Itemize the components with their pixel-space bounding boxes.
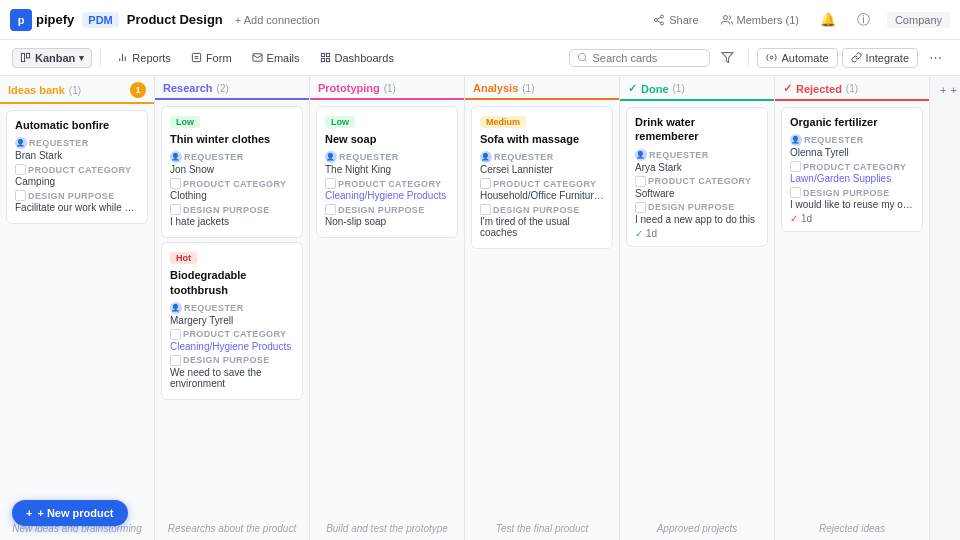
badge-hot: Hot [170,252,197,264]
card-field-purpose: DESIGN PURPOSE I hate jackets [170,204,294,227]
column-footer-done: Approved projects [620,519,774,540]
card-new-soap[interactable]: Low New soap 👤 REQUESTER The Night King … [316,106,458,238]
emails-tab[interactable]: Emails [244,48,308,68]
svg-point-1 [655,18,658,21]
column-header-done: ✓ Done (1) [620,76,774,101]
card-field-category: PRODUCT CATEGORY Camping [15,164,139,187]
column-footer-rejected: Rejected ideas [775,519,929,540]
new-product-button[interactable]: + + New product [12,500,128,526]
add-phase-button[interactable]: + + New phase [940,84,960,96]
svg-line-4 [658,17,661,19]
column-analysis: Analysis (1) Medium Sofa with massage 👤 … [465,76,620,540]
card-biodegradable[interactable]: Hot Biodegradable toothbrush 👤 REQUESTER… [161,242,303,400]
nav-title: Product Design [127,12,223,27]
card-title: Organic fertilizer [790,115,914,129]
card-organic-fertilizer[interactable]: Organic fertilizer 👤 REQUESTER Olenna Ty… [781,107,923,232]
svg-point-18 [579,53,586,60]
nav-right: Share Members (1) 🔔 ⓘ Company [647,7,950,33]
automate-button[interactable]: Automate [757,48,837,68]
company-button[interactable]: Company [887,12,950,28]
svg-rect-15 [326,53,329,56]
card-drink-water[interactable]: Drink water rememberer 👤 REQUESTER Arya … [626,107,768,247]
card-field-purpose: DESIGN PURPOSE Facilitate our work while… [15,190,139,213]
svg-line-3 [658,20,661,22]
column-label-analysis: Analysis [473,82,518,94]
card-title: Sofa with massage [480,132,604,146]
more-options-button[interactable]: ⋯ [922,45,948,71]
new-product-icon: + [26,507,32,519]
column-header-rejected: ✓ Rejected (1) [775,76,929,101]
badge-medium: Medium [480,116,526,128]
column-header-prototyping: Prototyping (1) [310,76,464,100]
form-tab[interactable]: Form [183,48,240,68]
column-footer-prototyping: Build and test the prototype [310,519,464,540]
card-title: Thin winter clothes [170,132,294,146]
card-field-requester: 👤 REQUESTER Cersei Lannister [480,151,604,175]
sep2 [748,49,749,67]
svg-rect-11 [192,53,200,61]
card-field-requester: 👤 REQUESTER Jon Snow [170,151,294,175]
card-field-requester: 👤 REQUESTER Bran Stark [15,137,139,161]
reports-tab[interactable]: Reports [109,48,179,68]
logo[interactable]: p pipefy [10,9,74,31]
column-label-rejected: Rejected [796,83,842,95]
svg-rect-17 [326,58,329,61]
dashboards-tab[interactable]: Dashboards [312,48,402,68]
add-phase-icon: + [940,84,946,96]
board: Ideas bank (1) 1 Automatic bonfire 👤 REQ… [0,76,960,540]
rejected-check-icon: ✓ [783,82,792,95]
badge-low: Low [170,116,200,128]
card-field-purpose: DESIGN PURPOSE Non-slip soap [325,204,449,227]
column-ideas: Ideas bank (1) 1 Automatic bonfire 👤 REQ… [0,76,155,540]
column-label-ideas: Ideas bank [8,84,65,96]
column-label-done: Done [641,83,669,95]
help-button[interactable]: ⓘ [851,7,877,33]
members-button[interactable]: Members (1) [715,11,805,29]
add-connection-button[interactable]: + Add connection [235,14,320,26]
card-field-requester: 👤 REQUESTER Arya Stark [635,149,759,173]
new-product-label: + New product [37,507,113,519]
members-label: Members (1) [737,14,799,26]
column-footer-analysis: Test the final product [465,519,619,540]
column-prototyping: Prototyping (1) Low New soap 👤 REQUESTER… [310,76,465,540]
card-field-requester: 👤 REQUESTER Margery Tyrell [170,302,294,326]
integrate-button[interactable]: Integrate [842,48,918,68]
card-sofa-massage[interactable]: Medium Sofa with massage 👤 REQUESTER Cer… [471,106,613,249]
column-header-research: Research (2) [155,76,309,100]
svg-point-0 [661,15,664,18]
share-button[interactable]: Share [647,11,704,29]
done-check-icon: ✓ [628,82,637,95]
column-footer-research: Researchs about the product [155,519,309,540]
card-title: Drink water rememberer [635,115,759,144]
card-thin-winter[interactable]: Low Thin winter clothes 👤 REQUESTER Jon … [161,106,303,238]
card-field-category: PRODUCT CATEGORY Software [635,176,759,199]
card-field-requester: 👤 REQUESTER The Night King [325,151,449,175]
logo-text: pipefy [36,12,74,27]
card-field-purpose: DESIGN PURPOSE I would like to reuse my … [790,187,914,210]
svg-marker-20 [722,53,733,63]
card-field-category: PRODUCT CATEGORY Cleaning/Hygiene Produc… [170,329,294,352]
svg-rect-6 [21,53,24,61]
search-box[interactable] [569,49,710,67]
card-automatic-bonfire[interactable]: Automatic bonfire 👤 REQUESTER Bran Stark… [6,110,148,224]
column-body-analysis: Medium Sofa with massage 👤 REQUESTER Cer… [465,100,619,519]
column-rejected: ✓ Rejected (1) Organic fertilizer 👤 REQU… [775,76,930,540]
card-field-requester: 👤 REQUESTER Olenna Tyrell [790,134,914,158]
card-field-purpose: DESIGN PURPOSE We need to save the envir… [170,355,294,389]
card-title: Biodegradable toothbrush [170,268,294,297]
filter-button[interactable] [714,45,740,71]
column-body-ideas: Automatic bonfire 👤 REQUESTER Bran Stark… [0,104,154,519]
column-body-rejected: Organic fertilizer 👤 REQUESTER Olenna Ty… [775,101,929,519]
share-label: Share [669,14,698,26]
add-phase-label: + New phase [950,84,960,96]
column-header-ideas: Ideas bank (1) 1 [0,76,154,104]
kanban-tab[interactable]: Kanban ▾ [12,48,92,68]
toolbar: Kanban ▾ Reports Form Emails Dashboards … [0,40,960,76]
search-input[interactable] [592,52,702,64]
ideas-badge: 1 [130,82,146,98]
svg-rect-7 [26,53,29,58]
notifications-button[interactable]: 🔔 [815,7,841,33]
sep1 [100,49,101,67]
card-field-purpose: DESIGN PURPOSE I need a new app to do th… [635,202,759,225]
column-body-research: Low Thin winter clothes 👤 REQUESTER Jon … [155,100,309,519]
